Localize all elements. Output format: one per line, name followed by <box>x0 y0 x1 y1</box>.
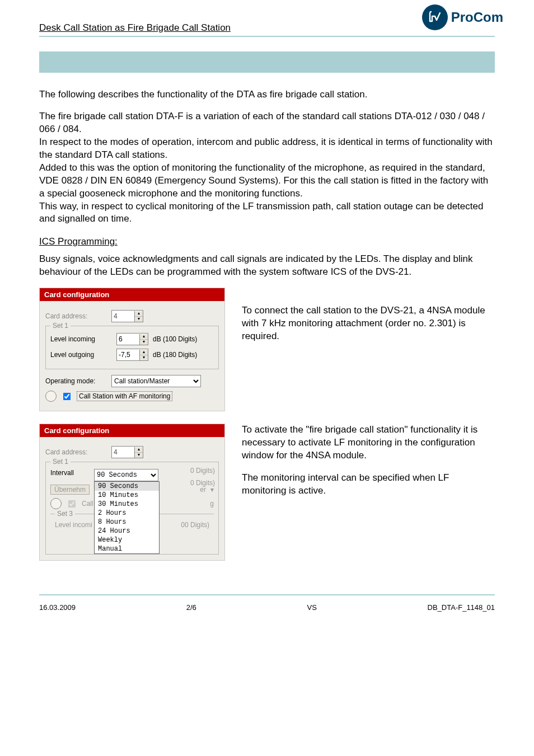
af-monitoring-checkbox[interactable] <box>63 392 71 400</box>
level-outgoing-unit: dB (180 Digits) <box>153 351 197 359</box>
section-heading-ics: ICS Programming: <box>39 236 495 248</box>
level-incoming-faded: Level incomi <box>55 521 92 529</box>
intervall-option[interactable]: 90 Seconds <box>95 482 159 491</box>
set3-legend: Set 3 <box>55 510 75 518</box>
intervall-label: Intervall <box>50 469 90 477</box>
brand-logo: ProCom <box>422 4 503 30</box>
intervall-option[interactable]: 8 Hours <box>95 518 159 527</box>
faded-text: 0 Digits) <box>190 479 215 487</box>
clock-icon <box>50 498 62 509</box>
card-config-panel-2: Card configuration Card address: ▴▾ Set … <box>39 424 225 561</box>
card-address-label: Card address: <box>45 448 107 456</box>
intervall-option[interactable]: 24 Hours <box>95 527 159 536</box>
header-rule <box>39 36 495 37</box>
spin-down-icon[interactable]: ▾ <box>140 355 148 360</box>
faded-text: er <box>200 486 206 494</box>
set1-legend: Set 1 <box>50 458 71 466</box>
paragraph: Added to this was the option of monitori… <box>39 162 495 200</box>
operating-mode-label: Operating mode: <box>45 377 107 385</box>
paragraph: In respect to the modes of operation, in… <box>39 136 495 162</box>
intervall-option[interactable]: 30 Minutes <box>95 500 159 509</box>
footer-initials: VS <box>307 603 317 612</box>
card-address-input[interactable] <box>112 447 134 457</box>
intervall-option[interactable]: 2 Hours <box>95 509 159 518</box>
level-incoming-unit: dB (100 Digits) <box>153 335 197 343</box>
level-outgoing-label: Level outgoing <box>50 351 112 359</box>
card-address-label: Card address: <box>45 312 107 320</box>
level-outgoing-input[interactable] <box>117 350 139 360</box>
footer-rule <box>39 594 495 595</box>
aside-text: To connect the call station to the DVS-2… <box>242 304 495 343</box>
paragraph: This way, in respect to cyclical monitor… <box>39 200 495 226</box>
page-footer: 16.03.2009 2/6 VS DB_DTA-F_1148_01 <box>39 600 495 612</box>
intervall-option[interactable]: Manual <box>95 544 159 553</box>
intervall-option[interactable]: Weekly <box>95 536 159 544</box>
card-address-spinner[interactable]: ▴▾ <box>111 310 143 322</box>
uebernehm-button[interactable]: Übernehm <box>50 485 90 495</box>
panel-title: Card configuration <box>40 424 224 437</box>
operating-mode-select[interactable]: Call station/Master <box>111 375 201 387</box>
brand-text: ProCom <box>451 10 503 25</box>
intervall-select[interactable]: 90 Seconds <box>94 469 158 481</box>
paragraph: The following describes the functionalit… <box>39 88 495 101</box>
faded-text: 0 Digits) <box>190 467 215 475</box>
card-address-input[interactable] <box>112 311 134 321</box>
panel-title: Card configuration <box>40 288 224 301</box>
faded-text: 00 Digits) <box>181 521 209 529</box>
paragraph: The fire brigade call station DTA-F is a… <box>39 110 495 136</box>
set1-legend: Set 1 <box>50 322 71 330</box>
af-monitoring-label: Call Station with AF monitoring <box>77 391 172 401</box>
level-incoming-spinner[interactable]: ▴▾ <box>116 333 148 345</box>
title-band <box>39 51 495 73</box>
card-address-spinner[interactable]: ▴▾ <box>111 446 143 458</box>
clock-icon <box>45 391 57 402</box>
intervall-dropdown-list[interactable]: 90 Seconds 10 Minutes 30 Minutes 2 Hours… <box>94 481 160 554</box>
chevron-down-icon: ▾ <box>210 486 214 494</box>
paragraph: Busy signals, voice acknowledgments and … <box>39 253 495 279</box>
faded-text: g <box>210 500 214 508</box>
aside-text: The monitoring interval can be specified… <box>242 472 495 497</box>
aside-text: To activate the "fire brigade call stati… <box>242 424 495 462</box>
intervall-option[interactable]: 10 Minutes <box>95 491 159 500</box>
level-incoming-label: Level incoming <box>50 335 112 343</box>
spin-down-icon[interactable]: ▾ <box>135 317 143 322</box>
footer-page: 2/6 <box>186 603 196 612</box>
footer-date: 16.03.2009 <box>39 603 76 612</box>
procom-logo-icon <box>422 4 448 30</box>
spin-down-icon[interactable]: ▾ <box>140 340 148 345</box>
level-incoming-input[interactable] <box>117 334 139 344</box>
level-outgoing-spinner[interactable]: ▴▾ <box>116 349 148 361</box>
spin-down-icon[interactable]: ▾ <box>135 453 143 458</box>
footer-doc: DB_DTA-F_1148_01 <box>428 603 495 612</box>
callst-checkbox[interactable] <box>68 500 76 508</box>
card-config-panel-1: Card configuration Card address: ▴▾ Set … <box>39 288 225 411</box>
